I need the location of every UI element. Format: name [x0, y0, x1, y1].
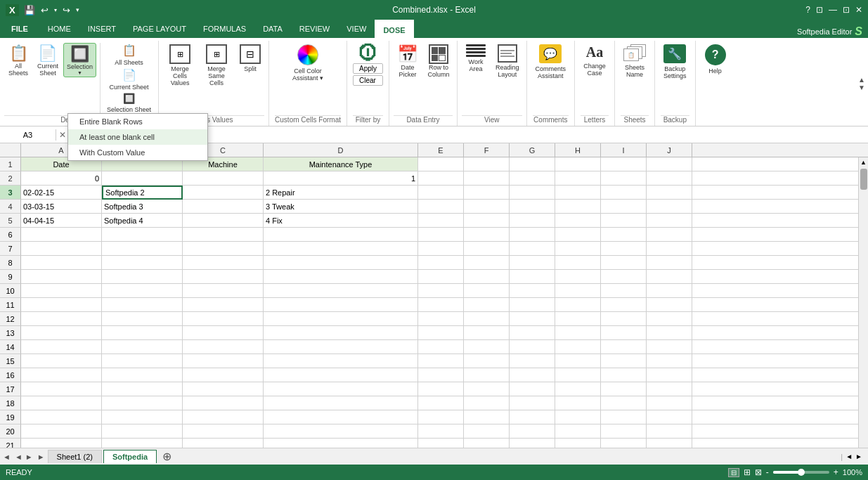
cell-D8[interactable] [264, 256, 418, 270]
row-header-13[interactable]: 13 [0, 326, 21, 340]
backup-settings-btn[interactable]: 🔧 BackupSettings [661, 43, 689, 81]
cell-F6[interactable] [464, 228, 510, 242]
cell-J19[interactable] [647, 410, 692, 424]
work-area-btn[interactable]: WorkArea [462, 43, 490, 74]
cell-E14[interactable] [418, 340, 464, 354]
cell-B17[interactable] [102, 382, 183, 396]
cell-D9[interactable] [264, 270, 418, 284]
cell-G12[interactable] [510, 312, 555, 326]
cell-D5[interactable]: 4 Fix [264, 214, 418, 228]
cell-H1[interactable] [555, 157, 601, 171]
cell-E18[interactable] [418, 396, 464, 410]
cell-C20[interactable] [183, 424, 264, 439]
cell-F7[interactable] [464, 242, 510, 256]
cell-I5[interactable] [601, 214, 647, 228]
cell-H6[interactable] [555, 228, 601, 242]
cell-I13[interactable] [601, 326, 647, 340]
selection2-btn[interactable]: 🔲 Selection Sheet [104, 92, 154, 114]
sheet-nav-last[interactable]: ► [34, 453, 48, 461]
help-btn[interactable]: ? Help [701, 43, 730, 76]
cell-I20[interactable] [601, 424, 647, 439]
cell-J3[interactable] [647, 186, 692, 200]
cell-I1[interactable] [601, 157, 647, 171]
cell-E2[interactable] [418, 171, 464, 186]
cell-color-assistant-btn[interactable]: Cell ColorAssistant ▾ [290, 43, 326, 83]
row-header-8[interactable]: 8 [0, 256, 21, 270]
row-header-1[interactable]: 1 [0, 157, 21, 171]
cell-B8[interactable] [102, 256, 183, 270]
cell-B9[interactable] [102, 270, 183, 284]
cell-G15[interactable] [510, 354, 555, 368]
row-header-18[interactable]: 18 [0, 396, 21, 410]
row-header-19[interactable]: 19 [0, 410, 21, 424]
all-sheets-btn[interactable]: 📋 AllSheets [4, 43, 32, 78]
cell-E15[interactable] [418, 354, 464, 368]
cell-J7[interactable] [647, 242, 692, 256]
cell-H3[interactable] [555, 186, 601, 200]
apply-btn[interactable]: Apply [353, 63, 383, 74]
reading-layout-btn[interactable]: ReadingLayout [493, 43, 522, 79]
cell-A16[interactable] [21, 368, 102, 382]
cell-C11[interactable] [183, 298, 264, 312]
cell-F16[interactable] [464, 368, 510, 382]
merge-same-cells-btn[interactable]: ⊞ MergeSame Cells [200, 43, 233, 88]
cell-J5[interactable] [647, 214, 692, 228]
row-header-4[interactable]: 4 [0, 200, 21, 214]
cell-G18[interactable] [510, 396, 555, 410]
cell-I14[interactable] [601, 340, 647, 354]
cell-H9[interactable] [555, 270, 601, 284]
row-header-5[interactable]: 5 [0, 214, 21, 228]
col-header-I[interactable]: I [601, 143, 647, 157]
cell-F19[interactable] [464, 410, 510, 424]
cell-J20[interactable] [647, 424, 692, 439]
cell-H12[interactable] [555, 312, 601, 326]
cell-F11[interactable] [464, 298, 510, 312]
ribbon-toggle-btn[interactable]: ⊡ [816, 5, 823, 15]
cell-D4[interactable]: 3 Tweak [264, 200, 418, 214]
cell-F14[interactable] [464, 340, 510, 354]
undo-dropdown-btn[interactable]: ▾ [52, 7, 59, 13]
cell-A2[interactable]: 0 [21, 171, 102, 186]
cell-J13[interactable] [647, 326, 692, 340]
row-header-6[interactable]: 6 [0, 228, 21, 242]
cell-I11[interactable] [601, 298, 647, 312]
row-header-7[interactable]: 7 [0, 242, 21, 256]
cell-G1[interactable] [510, 157, 555, 171]
cell-J8[interactable] [647, 256, 692, 270]
col-header-D[interactable]: D [264, 143, 418, 157]
undo-qa-btn[interactable]: ↩ [39, 5, 51, 15]
cell-F2[interactable] [464, 171, 510, 186]
cell-F12[interactable] [464, 312, 510, 326]
scroll-up-btn[interactable]: ▲ [859, 157, 868, 167]
cell-E5[interactable] [418, 214, 464, 228]
cell-E3[interactable] [418, 186, 464, 200]
page-break-view-btn[interactable]: ⊠ [755, 467, 762, 477]
cell-B12[interactable] [102, 312, 183, 326]
cell-B6[interactable] [102, 228, 183, 242]
cell-D10[interactable] [264, 284, 418, 298]
cell-A14[interactable] [21, 340, 102, 354]
cell-G10[interactable] [510, 284, 555, 298]
cell-D20[interactable] [264, 424, 418, 439]
cell-C4[interactable] [183, 200, 264, 214]
cell-C14[interactable] [183, 340, 264, 354]
merge-cells-values-btn[interactable]: ⊞ MergeCells Values [163, 43, 197, 88]
cell-G8[interactable] [510, 256, 555, 270]
tab-review[interactable]: REVIEW [291, 20, 338, 38]
cell-D6[interactable] [264, 228, 418, 242]
cell-I16[interactable] [601, 368, 647, 382]
cell-H8[interactable] [555, 256, 601, 270]
cell-H11[interactable] [555, 298, 601, 312]
cell-F17[interactable] [464, 382, 510, 396]
cell-J15[interactable] [647, 354, 692, 368]
zoom-slider[interactable] [773, 471, 829, 474]
cell-C5[interactable] [183, 214, 264, 228]
row-header-3[interactable]: 3 [0, 186, 21, 200]
cell-B10[interactable] [102, 284, 183, 298]
cell-I2[interactable] [601, 171, 647, 186]
sheet-nav-next[interactable]: ► [24, 453, 34, 461]
cell-E11[interactable] [418, 298, 464, 312]
col-header-H[interactable]: H [555, 143, 601, 157]
help-btn[interactable]: ? [805, 5, 810, 15]
cell-J1[interactable] [647, 157, 692, 171]
